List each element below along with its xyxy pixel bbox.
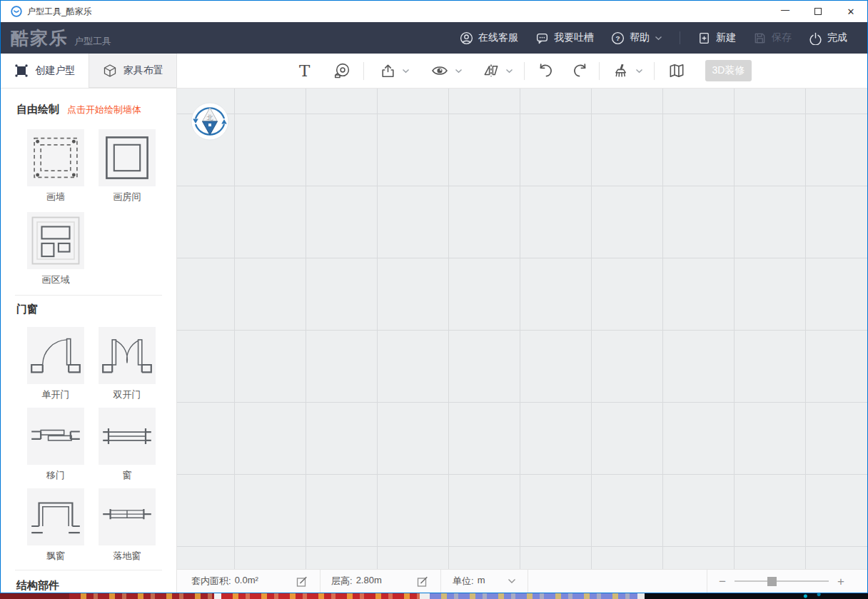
feedback-icon [535,31,549,45]
item-sliding-door[interactable]: 移门 [27,408,84,481]
toolbar-divider [599,62,600,80]
sliding-door-card [27,408,84,465]
edit-floor-height-button[interactable] [416,575,429,588]
statusbar-zoom-section: − + [707,570,867,593]
tool-text[interactable]: T [299,54,310,88]
zoom-slider-handle[interactable] [767,577,777,586]
redo-icon [571,61,590,80]
item-draw-area[interactable]: 画区域 [27,212,84,286]
toolbar-divider [524,62,525,80]
double-door-label: 双开门 [113,389,141,401]
sliding-door-icon [28,408,84,464]
nav-save[interactable]: 保存 [753,31,792,45]
free-draw-items: 画墙 画房间 [27,129,158,295]
tab-furnish-label: 家具布置 [123,64,163,77]
nav-help[interactable]: ? 帮助 [611,31,662,45]
draw-room-label: 画房间 [113,191,141,203]
edit-icon [416,575,429,588]
item-french-window[interactable]: 落地窗 [99,488,156,562]
tool-upload[interactable] [379,54,397,88]
item-draw-wall[interactable]: 画墙 [27,129,84,203]
zoom-slider[interactable] [735,580,829,582]
floorplan-canvas[interactable]: 北 [177,89,867,570]
tool-measure[interactable] [333,54,350,88]
item-draw-room[interactable]: 画房间 [99,129,156,203]
nav-new-label: 新建 [716,31,736,44]
brand-subtitle: 户型工具 [74,35,111,48]
draw-room-icon [99,130,155,186]
tab-create-floorplan[interactable]: 创建户型 [1,54,89,88]
nav-done[interactable]: 完成 [809,31,847,45]
french-window-label: 落地窗 [113,550,141,562]
ad-banner-segment [0,593,69,599]
selection-square-icon [14,63,29,79]
upload-chevron-icon[interactable] [402,54,410,88]
text-tool-icon: T [299,61,310,80]
floor-height-value: 2.80m [356,575,382,588]
nav-new[interactable]: 新建 [697,31,736,45]
tool-mirror[interactable] [482,54,500,88]
draw-wall-card [27,129,84,186]
nav-help-label: 帮助 [630,31,650,44]
nav-done-label: 完成 [827,31,847,44]
save-icon [753,31,767,45]
visibility-chevron-icon[interactable] [455,54,463,88]
draw-wall-icon [28,130,84,186]
navbar: 酷家乐 户型工具 在线客服 [1,22,867,54]
tool-clear-canvas[interactable] [612,54,630,88]
nav-customer-service-label: 在线客服 [478,31,518,44]
power-icon [809,31,822,45]
compass-control[interactable]: 北 [190,101,230,141]
eye-icon [430,61,449,80]
bay-window-icon [28,489,84,545]
svg-text:?: ? [615,34,620,41]
area-label: 套内面积: [191,575,231,588]
area-value: 0.0m² [235,575,258,588]
statusbar-spacer [528,570,707,593]
nav-divider [680,31,680,44]
cube-icon [102,63,118,79]
free-draw-title: 自由绘制 [16,103,59,116]
item-window[interactable]: 窗 [99,408,156,481]
single-door-card [27,327,84,384]
tab-furniture-layout[interactable]: 家具布置 [89,54,178,88]
nav-feedback[interactable]: 我要吐槽 [535,31,594,45]
doors-windows-items: 单开门 双开门 [27,327,158,569]
edit-area-button[interactable] [296,575,308,588]
tool-visibility[interactable] [430,54,449,88]
item-single-door[interactable]: 单开门 [27,327,84,401]
nav-customer-service[interactable]: 在线客服 [460,31,518,45]
item-bay-window[interactable]: 飘窗 [27,488,84,562]
tool-redo[interactable] [571,54,590,88]
zoom-out-button[interactable]: − [719,575,726,588]
main-area: 自由绘制 点击开始绘制墙体 画墙 [1,89,867,593]
draw-area-icon [28,213,84,268]
close-icon: ✕ [847,6,855,17]
tool-undo[interactable] [536,54,555,88]
maximize-button[interactable] [802,1,834,22]
zoom-in-button[interactable]: + [837,575,844,588]
draw-area-label: 画区域 [42,274,70,286]
single-door-icon [28,328,84,383]
ad-banner[interactable] [0,593,868,599]
unit-dropdown[interactable]: 单位: m [441,570,528,593]
item-double-door[interactable]: 双开门 [99,327,156,401]
statusbar-area-section: 套内面积: 0.0m² [177,570,321,593]
ad-banner-segment [221,593,420,599]
doors-windows-title: 门窗 [16,303,38,316]
double-door-card [99,327,156,384]
brand: 酷家乐 户型工具 [11,26,111,50]
decorate-3d-button[interactable]: 3D装修 [705,60,752,81]
ad-banner-segment [69,593,214,599]
window-title: 户型工具_酷家乐 [27,6,92,18]
toolbar: 创建户型 家具布置 T [1,54,867,89]
map-icon [667,61,686,80]
minimize-button[interactable]: — [769,1,802,22]
clear-chevron-icon[interactable] [635,54,643,88]
section-free-draw-header: 自由绘制 点击开始绘制墙体 [16,103,141,116]
sidebar-tabs: 创建户型 家具布置 [1,54,177,88]
close-button[interactable]: ✕ [834,1,867,22]
mirror-chevron-icon[interactable] [505,54,513,88]
tool-map[interactable] [667,54,686,88]
svg-text:北: 北 [207,114,213,121]
